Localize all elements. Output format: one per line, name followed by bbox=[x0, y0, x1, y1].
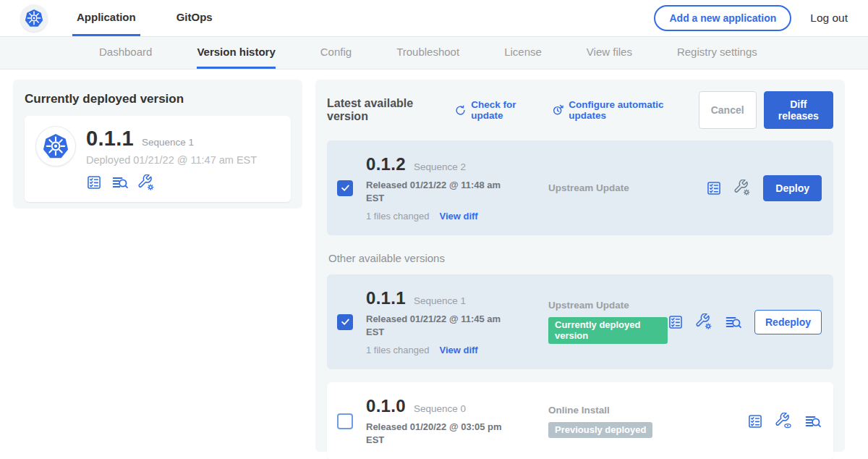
edit-config-icon[interactable] bbox=[138, 174, 155, 191]
app-sub-nav: Dashboard Version history Config Trouble… bbox=[0, 36, 868, 70]
latest-available-title: Latest available version bbox=[327, 97, 444, 123]
version-number: 0.1.2 bbox=[366, 154, 406, 174]
version-sequence: Sequence 1 bbox=[414, 295, 466, 306]
configure-automatic-updates-link[interactable]: Configure automatic updates bbox=[551, 99, 689, 121]
preflight-checks-icon[interactable] bbox=[747, 413, 763, 429]
version-sequence: Sequence 2 bbox=[414, 161, 466, 172]
version-history-panel: Latest available version Check for updat… bbox=[315, 80, 845, 452]
version-checkbox[interactable] bbox=[337, 314, 353, 330]
version-info: 0.1.0 Sequence 0 Released 01/20/22 @ 03:… bbox=[366, 396, 548, 446]
released-timestamp: Released 01/21/22 @ 11:48 am EST bbox=[366, 179, 511, 204]
files-changed: 1 files changed bbox=[366, 345, 429, 355]
diff-releases-button[interactable]: Diff releases bbox=[764, 91, 833, 129]
previously-deployed-badge: Previously deployed bbox=[548, 422, 652, 438]
preflight-checks-icon[interactable] bbox=[668, 314, 684, 330]
kots-admin-console: Application GitOps Add a new application… bbox=[0, 0, 868, 459]
redeploy-button[interactable]: Redeploy bbox=[754, 310, 822, 334]
version-row-0-1-2: 0.1.2 Sequence 2 Released 01/21/22 @ 11:… bbox=[327, 140, 833, 235]
version-row-0-1-0: 0.1.0 Sequence 0 Released 01/20/22 @ 03:… bbox=[327, 382, 833, 459]
currently-deployed-card: 0.1.1 Sequence 1 Deployed 01/21/22 @ 11:… bbox=[25, 116, 291, 202]
version-number: 0.1.0 bbox=[366, 396, 406, 416]
kubernetes-logo-icon bbox=[20, 4, 48, 32]
version-info: 0.1.1 Sequence 1 Released 01/21/22 @ 11:… bbox=[366, 288, 548, 355]
subnav-license[interactable]: License bbox=[504, 37, 542, 69]
top-nav-right: Add a new application Log out bbox=[654, 0, 868, 36]
currently-deployed-title: Currently deployed version bbox=[25, 92, 291, 106]
version-number: 0.1.1 bbox=[366, 288, 406, 308]
version-source: Upstream Update bbox=[548, 182, 629, 193]
view-config-icon[interactable] bbox=[775, 413, 792, 429]
app-logo-icon bbox=[36, 127, 75, 166]
subnav-registry-settings[interactable]: Registry settings bbox=[677, 37, 757, 69]
top-nav-tabs: Application GitOps bbox=[72, 0, 217, 36]
view-diff-link[interactable]: View diff bbox=[439, 211, 477, 222]
currently-deployed-panel: Currently deployed version 0.1.1 Sequenc… bbox=[13, 80, 302, 209]
deployed-version-info: 0.1.1 Sequence 1 Deployed 01/21/22 @ 11:… bbox=[86, 127, 257, 191]
version-info: 0.1.2 Sequence 2 Released 01/21/22 @ 11:… bbox=[366, 154, 548, 222]
version-row-0-1-1: 0.1.1 Sequence 1 Released 01/21/22 @ 11:… bbox=[327, 274, 833, 369]
tab-application[interactable]: Application bbox=[72, 0, 140, 36]
deploy-button[interactable]: Deploy bbox=[763, 175, 822, 201]
edit-config-icon[interactable] bbox=[734, 180, 751, 196]
currently-deployed-badge: Currently deployed version bbox=[548, 317, 668, 344]
add-new-application-button[interactable]: Add a new application bbox=[654, 5, 791, 31]
version-sequence: Sequence 0 bbox=[414, 403, 466, 414]
released-timestamp: Released 01/20/22 @ 03:05 pm EST bbox=[366, 421, 511, 446]
preflight-checks-icon[interactable] bbox=[86, 174, 102, 190]
version-source: Upstream Update bbox=[548, 300, 629, 311]
deployed-sequence: Sequence 1 bbox=[142, 137, 194, 148]
subnav-view-files[interactable]: View files bbox=[587, 37, 632, 69]
subnav-version-history[interactable]: Version history bbox=[197, 37, 275, 69]
subnav-config[interactable]: Config bbox=[320, 37, 352, 69]
updates-header: Latest available version Check for updat… bbox=[327, 91, 833, 129]
version-checkbox[interactable] bbox=[337, 413, 353, 429]
auto-update-clock-icon bbox=[551, 104, 564, 117]
version-checkbox[interactable] bbox=[337, 180, 353, 196]
files-changed: 1 files changed bbox=[366, 211, 429, 222]
deployed-version-number: 0.1.1 bbox=[86, 127, 134, 151]
deploy-logs-icon[interactable] bbox=[725, 313, 742, 331]
tab-gitops[interactable]: GitOps bbox=[172, 0, 217, 36]
deploy-logs-icon[interactable] bbox=[804, 413, 822, 430]
other-available-versions-title: Other available versions bbox=[328, 252, 833, 264]
top-nav: Application GitOps Add a new application… bbox=[0, 0, 868, 36]
view-diff-link[interactable]: View diff bbox=[439, 345, 477, 355]
subnav-troubleshoot[interactable]: Troubleshoot bbox=[396, 37, 459, 69]
released-timestamp: Released 01/21/22 @ 11:45 am EST bbox=[366, 313, 511, 338]
preflight-checks-icon[interactable] bbox=[706, 180, 722, 196]
subnav-dashboard[interactable]: Dashboard bbox=[99, 37, 152, 69]
version-source: Online Install bbox=[548, 405, 610, 416]
edit-config-icon[interactable] bbox=[696, 313, 712, 330]
cancel-button[interactable]: Cancel bbox=[699, 91, 757, 129]
logout-link[interactable]: Log out bbox=[810, 12, 848, 25]
check-for-update-link[interactable]: Check for update bbox=[454, 99, 541, 121]
refresh-icon bbox=[454, 104, 467, 117]
deploy-logs-icon[interactable] bbox=[111, 174, 129, 191]
deployed-timestamp: Deployed 01/21/22 @ 11:47 am EST bbox=[86, 154, 257, 166]
